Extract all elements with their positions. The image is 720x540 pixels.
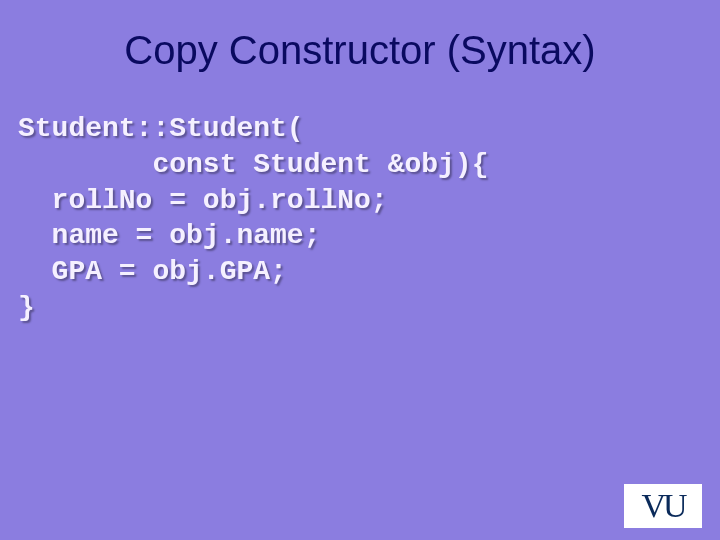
code-line: } — [18, 292, 35, 323]
code-line: GPA = obj.GPA; — [18, 256, 287, 287]
slide-container: Copy Constructor (Syntax) Student::Stude… — [0, 0, 720, 540]
vu-logo: VU — [624, 484, 702, 528]
code-line: name = obj.name; — [18, 220, 320, 251]
code-line: const Student &obj){ — [18, 149, 488, 180]
slide-title: Copy Constructor (Syntax) — [0, 0, 720, 73]
code-line: rollNo = obj.rollNo; — [18, 185, 388, 216]
code-block: Student::Student( const Student &obj){ r… — [18, 111, 720, 326]
code-line: Student::Student( — [18, 113, 304, 144]
